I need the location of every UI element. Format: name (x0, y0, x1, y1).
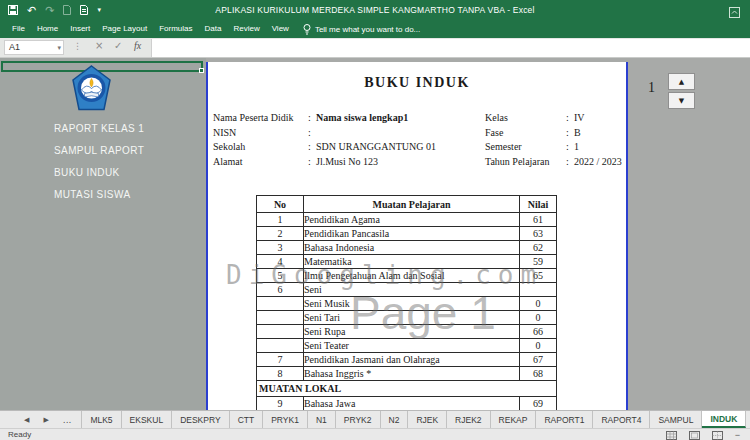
table-cell-no[interactable] (257, 339, 304, 353)
sheet-tab-deskpry[interactable]: DESKPRY (172, 411, 229, 428)
sheet-tab-n2[interactable]: N2 (381, 411, 409, 428)
table-cell-no[interactable]: 8 (257, 367, 304, 381)
prev-sheet-icon[interactable]: ◀ (24, 416, 29, 424)
sheet-tab-rekap[interactable]: REKAP (491, 411, 537, 428)
table-cell-no[interactable]: 1 (257, 213, 304, 227)
table-cell-no[interactable]: 2 (257, 227, 304, 241)
table-cell-nilai[interactable]: 0 (520, 339, 557, 353)
sheet-tab-induk[interactable]: INDUK (702, 411, 746, 428)
table-cell-subject[interactable]: Matematika (304, 255, 520, 269)
field-value[interactable]: 2022 / 2023 (574, 155, 622, 169)
sidebar-item-buku-induk[interactable]: BUKU INDUK (54, 162, 144, 184)
ribbon-tab-data[interactable]: Data (199, 20, 228, 38)
field-label: Alamat (213, 155, 308, 169)
next-sheet-icon[interactable]: ▶ (43, 416, 48, 424)
ribbon-tab-page-layout[interactable]: Page Layout (96, 20, 153, 38)
ribbon-tab-insert[interactable]: Insert (64, 20, 96, 38)
sheet-tab-mlk5[interactable]: MLK5 (81, 411, 121, 428)
zoom-out-icon[interactable]: − (735, 430, 740, 440)
name-box-dropdown-icon[interactable]: ▾ (57, 41, 61, 54)
table-cell-nilai[interactable]: 59 (520, 255, 557, 269)
field-value[interactable]: Nama siswa lengkap1 (316, 111, 408, 125)
ribbon-tab-formulas[interactable]: Formulas (153, 20, 198, 38)
sidebar-item-raport-kelas-1[interactable]: RAPORT KELAS 1 (54, 118, 144, 140)
table-cell-subject[interactable]: Pendidikan Jasmani dan Olahraga (304, 353, 520, 367)
field-value[interactable]: 1 (574, 140, 579, 154)
sheet-tab-n1[interactable]: N1 (308, 411, 336, 428)
table-cell-subject[interactable]: Seni Musik (304, 297, 520, 311)
sheet-tab-ctt[interactable]: CTT (230, 411, 264, 428)
sheet-tab-mut[interactable]: MUT. ... (746, 411, 750, 428)
table-cell-subject[interactable]: Bahasa Indonesia (304, 241, 520, 255)
sheet-tab-rjek2[interactable]: RJEK2 (447, 411, 490, 428)
table-cell-subject[interactable]: Seni Teater (304, 339, 520, 353)
name-box[interactable]: A1 ▾ (4, 40, 64, 55)
formula-input[interactable] (151, 39, 750, 57)
sidebar-item-mutasi-siswa[interactable]: MUTASI SISWA (54, 184, 144, 206)
table-header-row: NoMuatan PelajaranNilai (257, 196, 557, 213)
table-cell-nilai[interactable]: 0 (520, 311, 557, 325)
field-value[interactable]: IV (574, 111, 585, 125)
table-cell-subject[interactable]: Ilmu Pengetahuan Alam dan Sosial (304, 269, 520, 283)
table-cell-subject[interactable]: Pendidikan Agama (304, 213, 520, 227)
sheet-tab-pryk1[interactable]: PRYK1 (263, 411, 308, 428)
page-break-view-icon[interactable] (712, 431, 723, 440)
table-cell-nilai[interactable]: 68 (520, 367, 557, 381)
hidden-sheets-ellipsis[interactable]: ... (63, 415, 72, 425)
table-cell-nilai[interactable]: 67 (520, 353, 557, 367)
table-cell-no[interactable]: 5 (257, 269, 304, 283)
table-cell-no[interactable] (257, 311, 304, 325)
tell-me-box[interactable]: Tell me what you want to do... (295, 24, 428, 35)
table-cell-no[interactable]: 6 (257, 283, 304, 297)
cancel-icon[interactable]: × (95, 40, 103, 51)
sheet-tab-ekskul[interactable]: EKSKUL (122, 411, 173, 428)
table-cell-subject[interactable]: Seni Tari (304, 311, 520, 325)
ribbon-tab-view[interactable]: View (266, 20, 295, 38)
sheet-tab-sampul[interactable]: SAMPUL (650, 411, 702, 428)
ribbon-tab-home[interactable]: Home (31, 20, 64, 38)
table-cell-no[interactable] (257, 297, 304, 311)
table-cell-no[interactable] (257, 325, 304, 339)
table-row: 9Bahasa Jawa69 (257, 397, 557, 411)
sheet-tab-raport1[interactable]: RAPORT1 (536, 411, 593, 428)
table-row: 2Pendidikan Pancasila63 (257, 227, 557, 241)
sheet-tab-raport4[interactable]: RAPORT4 (593, 411, 650, 428)
table-section-cell[interactable]: MUATAN LOKAL (257, 381, 557, 397)
table-cell-nilai[interactable] (520, 283, 557, 297)
table-cell-no[interactable]: 4 (257, 255, 304, 269)
table-cell-subject[interactable]: Seni Rupa (304, 325, 520, 339)
page-layout-view-icon[interactable] (689, 431, 700, 440)
spinner-down-button[interactable]: ▼ (668, 92, 695, 109)
table-cell-nilai[interactable]: 0 (520, 297, 557, 311)
field-value[interactable]: SDN URANGGANTUNG 01 (316, 140, 436, 154)
up-arrow-icon: ▲ (679, 78, 684, 86)
insert-function-icon[interactable]: fx (134, 40, 141, 51)
table-cell-no[interactable]: 3 (257, 241, 304, 255)
ribbon-tab-review[interactable]: Review (227, 20, 265, 38)
table-cell-nilai[interactable]: 63 (520, 227, 557, 241)
field-value[interactable]: B (574, 126, 581, 140)
ribbon-tab-file[interactable]: File (6, 20, 31, 38)
table-cell-nilai[interactable]: 62 (520, 241, 557, 255)
table-cell-nilai[interactable]: 61 (520, 213, 557, 227)
table-cell-nilai[interactable]: 69 (520, 397, 557, 411)
spinner-up-button[interactable]: ▲ (668, 73, 695, 90)
normal-view-icon[interactable] (666, 431, 677, 440)
sidebar-item-sampul-raport[interactable]: SAMPUL RAPORT (54, 140, 144, 162)
field-value[interactable]: Jl.Musi No 123 (316, 155, 378, 169)
fill-handle[interactable] (199, 68, 204, 73)
table-cell-subject[interactable]: Bahasa Inggris * (304, 367, 520, 381)
table-cell-no[interactable]: 7 (257, 353, 304, 367)
sheet-tab-pryk2[interactable]: PRYK2 (336, 411, 381, 428)
table-cell-nilai[interactable]: 65 (520, 269, 557, 283)
table-cell-subject[interactable]: Pendidikan Pancasila (304, 227, 520, 241)
table-cell-nilai[interactable]: 66 (520, 325, 557, 339)
table-cell-subject[interactable]: Bahasa Jawa (304, 397, 520, 411)
table-cell-no[interactable]: 9 (257, 397, 304, 411)
ribbon-display-options-icon[interactable] (729, 7, 740, 18)
enter-icon[interactable]: ✓ (114, 40, 122, 51)
sheet-tab-rjek[interactable]: RJEK (408, 411, 447, 428)
table-cell-subject[interactable]: Seni (304, 283, 520, 297)
field-label: Kelas (485, 111, 566, 125)
sidebar-menu: RAPORT KELAS 1SAMPUL RAPORTBUKU INDUKMUT… (54, 118, 144, 206)
